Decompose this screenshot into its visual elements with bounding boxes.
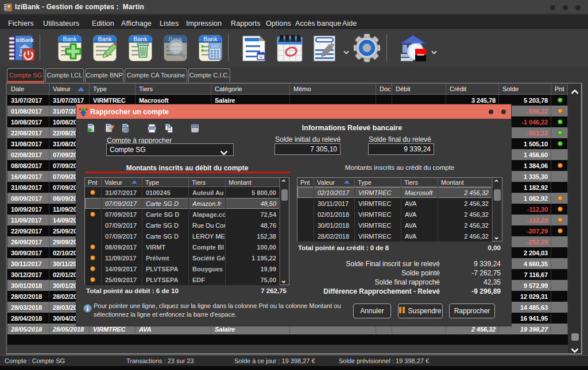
svg-text:IziBank: IziBank — [16, 37, 34, 43]
svg-text:Bank: Bank — [98, 36, 113, 42]
svg-text:Bank: Bank — [63, 36, 78, 42]
svg-text:Bank: Bank — [134, 36, 148, 42]
svg-text:Bank: Bank — [204, 36, 218, 42]
